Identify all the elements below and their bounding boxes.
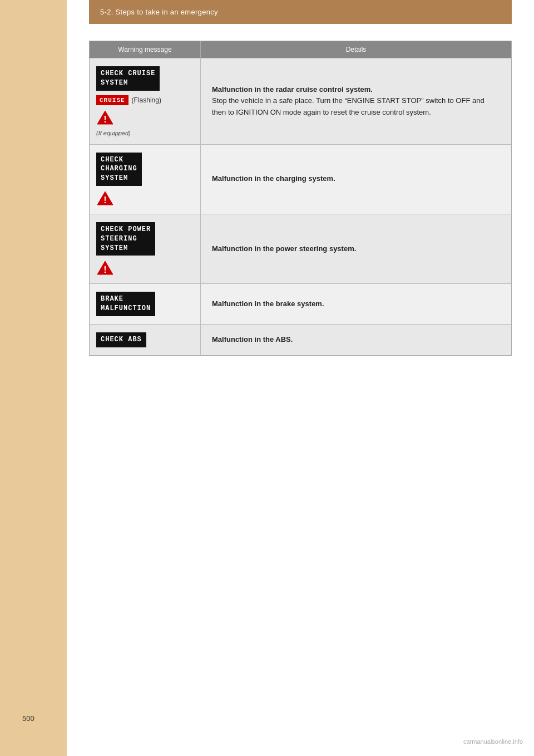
detail-text-cruise: Malfunction in the radar cruise control …	[212, 84, 500, 119]
warning-triangle-cruise: !	[96, 110, 114, 125]
warning-cell-charging: CHECKCHARGINGSYSTEM !	[90, 145, 201, 214]
table-row: CHECKCHARGINGSYSTEM ! Malfunction in the…	[90, 144, 511, 214]
detail-text-power-steering: Malfunction in the power steering system…	[212, 243, 356, 255]
warning-display-cruise: CHECK CRUISESYSTEM	[96, 66, 160, 91]
detail-text-brake: Malfunction in the brake system.	[212, 298, 324, 310]
details-cell-brake: Malfunction in the brake system.	[201, 284, 511, 324]
detail-text-charging: Malfunction in the charging system.	[212, 173, 335, 185]
warning-triangle-charging: !	[96, 190, 114, 206]
cruise-badge: CRUISE	[96, 95, 128, 105]
warning-cell-abs: CHECK ABS	[90, 325, 201, 355]
svg-text:!: !	[103, 265, 106, 274]
table-row: CHECK CRUISESYSTEM CRUISE (Flashing) ! (…	[90, 58, 511, 144]
watermark: carmanualsonline.info	[463, 738, 523, 745]
if-equipped-label: (If equipped)	[96, 130, 131, 136]
details-cell-charging: Malfunction in the charging system.	[201, 145, 511, 214]
flashing-label: (Flashing)	[132, 96, 161, 104]
page-number: 500	[22, 714, 34, 723]
warning-cell-cruise: CHECK CRUISESYSTEM CRUISE (Flashing) ! (…	[90, 58, 201, 144]
table-row: CHECK POWERSTEERINGSYSTEM ! Malfunction …	[90, 214, 511, 283]
warning-display-power-steering: CHECK POWERSTEERINGSYSTEM	[96, 222, 155, 256]
col-header-details: Details	[201, 41, 511, 58]
left-sidebar: 500	[0, 0, 67, 756]
table-header-row: Warning message Details	[90, 41, 511, 58]
warning-triangle-power-steering: !	[96, 260, 114, 276]
warning-display-brake: BRAKEMALFUNCTION	[96, 292, 155, 316]
svg-text:!: !	[103, 115, 106, 124]
warning-cell-power-steering: CHECK POWERSTEERINGSYSTEM !	[90, 214, 201, 283]
svg-text:!: !	[103, 195, 106, 205]
main-content: 5-2. Steps to take in an emergency Warni…	[67, 0, 534, 356]
detail-bold-brake: Malfunction in the brake system.	[212, 300, 324, 308]
warning-cell-brake: BRAKEMALFUNCTION	[90, 284, 201, 324]
col-header-warning: Warning message	[90, 41, 201, 58]
table-row: CHECK ABS Malfunction in the ABS.	[90, 324, 511, 355]
details-cell-cruise: Malfunction in the radar cruise control …	[201, 58, 511, 144]
details-cell-power-steering: Malfunction in the power steering system…	[201, 214, 511, 283]
detail-bold-power-steering: Malfunction in the power steering system…	[212, 244, 356, 253]
section-title: 5-2. Steps to take in an emergency	[100, 8, 501, 16]
detail-bold-charging: Malfunction in the charging system.	[212, 174, 335, 183]
detail-bold-cruise: Malfunction in the radar cruise control …	[212, 85, 373, 94]
detail-bold-abs: Malfunction in the ABS.	[212, 335, 293, 343]
section-header: 5-2. Steps to take in an emergency	[89, 0, 512, 24]
detail-text-abs: Malfunction in the ABS.	[212, 334, 293, 346]
warning-display-charging: CHECKCHARGINGSYSTEM	[96, 153, 142, 186]
warning-table: Warning message Details CHECK CRUISESYST…	[89, 41, 512, 356]
warning-display-abs: CHECK ABS	[96, 332, 146, 347]
table-row: BRAKEMALFUNCTION Malfunction in the brak…	[90, 283, 511, 324]
details-cell-abs: Malfunction in the ABS.	[201, 325, 511, 355]
